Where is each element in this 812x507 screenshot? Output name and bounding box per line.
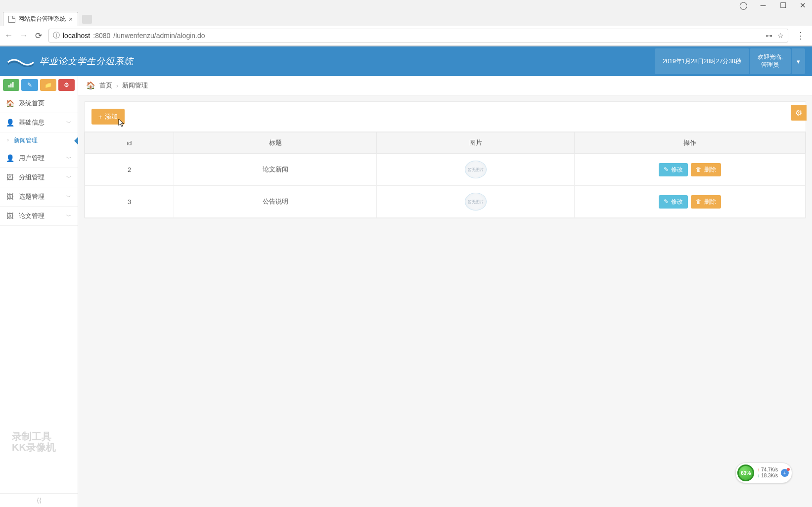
network-percent: 63% [737,465,754,481]
address-bar-row: ← → ⟳ ⓘ localhost:8080/lunwenfenzu/admin… [0,26,812,46]
chevron-down-icon: ﹀ [66,174,72,181]
forward-button[interactable]: → [19,31,29,41]
image-placeholder: 暂无图片 [465,161,487,178]
back-button[interactable]: ← [4,31,14,41]
quick-edit-button[interactable]: ✎ [21,79,38,91]
address-bar[interactable]: ⓘ localhost:8080/lunwenfenzu/admin/alogi… [48,29,788,42]
chevron-down-icon: ﹀ [66,155,72,162]
breadcrumb-separator: › [116,82,118,89]
content-panel: ⚙ + 添加 id 标题 图片 操作 2 [84,101,806,218]
cell-actions: ✎修改 🗑删除 [575,154,806,186]
save-password-icon[interactable]: ⊶ [766,32,772,40]
brand-title: 毕业论文学生分组系统 [40,55,134,67]
cell-id: 2 [85,154,174,186]
trash-icon: 🗑 [696,166,702,173]
delete-label: 删除 [704,166,716,174]
delete-button[interactable]: 🗑删除 [691,195,721,209]
image-icon: 🖼 [6,173,14,181]
quick-settings-button[interactable]: ⚙ [58,79,75,91]
sidebar-item-label: 分组管理 [19,173,45,182]
sidebar-sub-label: 新闻管理 [14,137,38,144]
reload-button[interactable]: ⟳ [34,31,44,41]
brand: 毕业论文学生分组系统 [7,55,134,67]
sidebar-item-user-manage[interactable]: 👤 用户管理 ﹀ [0,149,78,168]
download-speed: 18.3K/s [757,473,778,479]
maximize-button[interactable]: ☐ [778,1,787,10]
header-user-box[interactable]: 欢迎光临, 管理员 [750,48,791,74]
cell-title: 公告说明 [174,186,377,218]
brand-logo [7,55,35,67]
main-area: 🏠 首页 › 新闻管理 ⚙ + 添加 id 标题 图片 操作 [78,76,812,507]
user-icon: 👤 [6,119,14,127]
app-header: 毕业论文学生分组系统 2019年1月28日20时27分38秒 欢迎光临, 管理员… [0,46,812,76]
header-right: 2019年1月28日20时27分38秒 欢迎光临, 管理员 ▾ [655,48,805,74]
browser-menu-button[interactable]: ⋮ [793,30,808,41]
breadcrumb: 🏠 首页 › 新闻管理 [78,76,812,95]
cell-title: 论文新闻 [174,154,377,186]
welcome-text: 欢迎光临, [758,53,783,61]
sidebar-item-thesis-manage[interactable]: 🖼 论文管理 ﹀ [0,207,78,226]
info-icon[interactable]: ⓘ [53,31,60,40]
new-tab-button[interactable] [82,15,92,24]
sidebar-item-label: 论文管理 [19,211,45,220]
sidebar-sub-news-manage[interactable]: 新闻管理 [0,132,78,149]
user-dropdown-caret[interactable]: ▾ [792,48,805,74]
add-button-label: 添加 [105,112,118,121]
cell-image: 暂无图片 [377,186,575,218]
data-table: id 标题 图片 操作 2 论文新闻 暂无图片 ✎修改 [85,132,806,218]
cell-id: 3 [85,186,174,218]
minimize-button[interactable]: ─ [759,1,767,10]
edit-icon: ✎ [664,198,669,205]
chevron-down-icon: ﹀ [66,193,72,201]
table-header-row: id 标题 图片 操作 [85,132,806,154]
svg-rect-1 [10,84,12,87]
svg-rect-2 [12,82,14,87]
edit-button[interactable]: ✎修改 [659,163,688,176]
sidebar-item-home[interactable]: 🏠 系统首页 [0,94,78,113]
image-placeholder: 暂无图片 [465,193,487,211]
home-icon: 🏠 [6,99,14,107]
sidebar-item-label: 基础信息 [19,118,45,127]
url-host: localhost [63,32,90,40]
browser-tab[interactable]: 网站后台管理系统 × [3,12,78,26]
chevron-down-icon: ﹀ [66,212,72,220]
edit-icon: ✎ [664,166,669,173]
breadcrumb-home[interactable]: 首页 [99,81,112,90]
trash-icon: 🗑 [696,198,702,205]
sidebar-item-basic-info[interactable]: 👤 基础信息 ﹀ [0,113,78,132]
home-icon[interactable]: 🏠 [86,81,95,90]
delete-button[interactable]: 🗑删除 [691,163,721,176]
sidebar-item-topic-manage[interactable]: 🖼 选题管理 ﹀ [0,187,78,207]
app-body: ✎ 📁 ⚙ 🏠 系统首页 👤 基础信息 ﹀ 新闻管理 👤 用户管理 ﹀ 🖼 分组… [0,76,812,507]
add-button[interactable]: + 添加 [91,109,125,125]
tab-close-icon[interactable]: × [69,15,73,23]
bookmark-star-icon[interactable]: ☆ [777,32,784,40]
panel-toolbar: + 添加 [85,102,806,132]
sidebar-item-label: 用户管理 [19,154,45,163]
edit-button[interactable]: ✎修改 [659,195,688,209]
table-row: 3 公告说明 暂无图片 ✎修改 🗑删除 [85,186,806,218]
chevron-down-icon: ﹀ [66,119,72,127]
user-icon: 👤 [6,154,14,162]
sidebar-item-group-manage[interactable]: 🖼 分组管理 ﹀ [0,168,78,187]
close-window-button[interactable]: ✕ [798,1,807,10]
network-meter[interactable]: 63% 74.7K/s 18.3K/s + [735,463,792,483]
window-controls: ◯ ─ ☐ ✕ [0,0,812,11]
url-port: :8080 [93,32,110,40]
header-datetime: 2019年1月28日20时27分38秒 [655,48,749,74]
delete-label: 删除 [704,198,716,206]
breadcrumb-current: 新闻管理 [122,81,148,90]
col-actions: 操作 [575,132,806,154]
quick-stats-button[interactable] [3,79,19,91]
tab-bar: 网站后台管理系统 × [0,11,812,26]
svg-rect-0 [8,85,10,87]
panel-settings-button[interactable]: ⚙ [791,105,807,121]
account-icon[interactable]: ◯ [739,1,748,10]
col-title: 标题 [174,132,377,154]
sidebar-collapse-button[interactable]: ⟨⟨ [0,493,78,507]
col-image: 图片 [377,132,575,154]
network-add-button[interactable]: + [781,469,789,477]
quick-folder-button[interactable]: 📁 [40,79,56,91]
sidebar: ✎ 📁 ⚙ 🏠 系统首页 👤 基础信息 ﹀ 新闻管理 👤 用户管理 ﹀ 🖼 分组… [0,76,78,507]
browser-chrome: ◯ ─ ☐ ✕ 网站后台管理系统 × ← → ⟳ ⓘ localhost:808… [0,0,812,46]
